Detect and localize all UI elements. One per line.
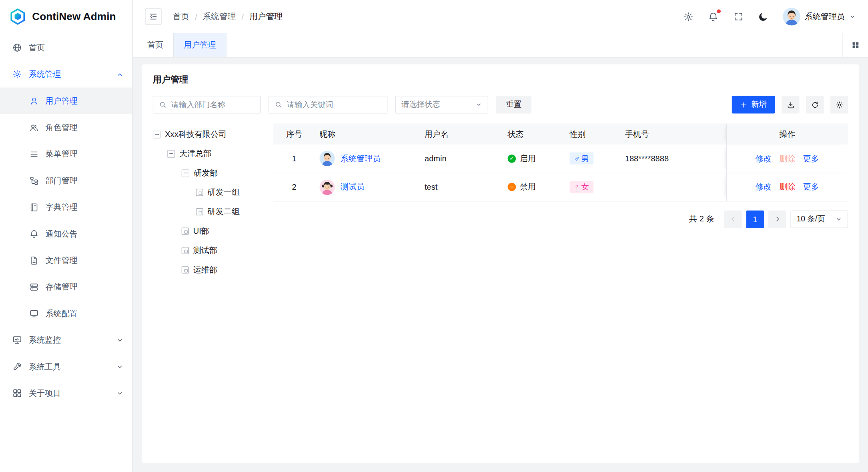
sidebar-item-system-mgmt[interactable]: 系统管理 <box>0 61 132 87</box>
tree-node-ui-dept[interactable]: UI部 <box>153 221 264 241</box>
fullscreen-icon[interactable] <box>733 11 744 22</box>
sidebar-item-notice[interactable]: 通知公告 <box>0 221 132 247</box>
sidebar-item-label: 部门管理 <box>45 175 77 186</box>
status-badge: ✓ 启用 <box>507 153 561 164</box>
add-button-label: 新增 <box>751 100 767 110</box>
sidebar-item-home[interactable]: 首页 <box>0 34 132 61</box>
sidebar-item-menu-mgmt[interactable]: 菜单管理 <box>0 141 132 167</box>
sidebar-item-storage-mgmt[interactable]: 存储管理 <box>0 273 132 300</box>
status-label: 启用 <box>520 153 536 164</box>
tree-node-company[interactable]: Xxx科技有限公司 <box>153 125 264 144</box>
tab-actions-button[interactable] <box>842 33 868 57</box>
refresh-button[interactable] <box>806 96 824 113</box>
page-size-select[interactable]: 10 条/页 <box>790 210 848 228</box>
gender-badge-male: ♂ 男 <box>569 153 593 165</box>
tree-node-label: 测试部 <box>193 245 217 256</box>
tool-icon <box>12 362 22 372</box>
settings-icon[interactable] <box>683 11 694 22</box>
user-avatar <box>319 179 335 195</box>
edit-link[interactable]: 修改 <box>756 153 772 164</box>
more-link[interactable]: 更多 <box>803 153 819 164</box>
page-size-value: 10 条/页 <box>797 214 825 224</box>
search-icon <box>159 101 166 108</box>
sidebar-item-user-mgmt[interactable]: 用户管理 <box>0 88 132 114</box>
notification-bell-icon[interactable] <box>708 11 719 22</box>
tab-label: 首页 <box>147 40 163 50</box>
tree-node-ops-dept[interactable]: 运维部 <box>153 260 264 279</box>
tree-collapse-icon[interactable] <box>167 150 175 157</box>
breadcrumb-separator: / <box>241 12 244 22</box>
sidebar-item-about[interactable]: 关于项目 <box>0 380 132 406</box>
breadcrumb: 首页 / 系统管理 / 用户管理 <box>173 11 283 22</box>
tab-bar: 首页 用户管理 <box>133 33 868 58</box>
app-window: ContiNew Admin 首页 系统管理 <box>0 0 868 472</box>
cell-phone <box>621 173 726 201</box>
sidebar-item-file-mgmt[interactable]: 文件管理 <box>0 247 132 273</box>
reset-button[interactable]: 重置 <box>496 96 531 113</box>
tree-leaf-icon <box>182 266 189 273</box>
gender-label: 男 <box>581 155 589 163</box>
gender-label: 女 <box>581 183 589 191</box>
breadcrumb-home[interactable]: 首页 <box>173 11 189 22</box>
sidebar-item-dict-mgmt[interactable]: 字典管理 <box>0 194 132 220</box>
breadcrumb-system-mgmt[interactable]: 系统管理 <box>203 11 236 22</box>
tree-collapse-icon[interactable] <box>182 169 189 177</box>
chevron-down-icon <box>116 336 123 343</box>
delete-link-disabled: 删除 <box>779 153 795 164</box>
dept-search-input[interactable] <box>171 100 255 109</box>
export-download-button[interactable] <box>782 96 799 113</box>
tree-leaf-icon <box>196 208 203 215</box>
tree-leaf-icon <box>182 247 189 254</box>
tree-node-test-dept[interactable]: 测试部 <box>153 241 264 260</box>
table-toolbar: 新增 <box>732 96 848 113</box>
sidebar-item-role-mgmt[interactable]: 角色管理 <box>0 114 132 141</box>
sidebar-item-label: 关于项目 <box>29 388 61 398</box>
tree-leaf-icon <box>196 189 203 196</box>
menu-list-icon <box>29 149 39 159</box>
sidebar-item-sys-tools[interactable]: 系统工具 <box>0 353 132 380</box>
tab-user-mgmt[interactable]: 用户管理 <box>174 33 226 57</box>
sidebar-collapse-button[interactable] <box>145 8 161 25</box>
add-user-button[interactable]: 新增 <box>732 96 775 113</box>
chevron-down-icon <box>849 13 856 20</box>
sidebar-item-sys-monitor[interactable]: 系统监控 <box>0 327 132 353</box>
filter-toolbar: 请选择状态 重置 新增 <box>153 96 848 113</box>
tree-node-rd-dept[interactable]: 研发部 <box>153 163 264 183</box>
monitor-icon <box>12 335 22 345</box>
sidebar-item-dept-mgmt[interactable]: 部门管理 <box>0 167 132 194</box>
page-number-current[interactable]: 1 <box>746 210 764 228</box>
topbar: 首页 / 系统管理 / 用户管理 系统管理 <box>133 0 868 33</box>
user-menu[interactable]: 系统管理员 <box>782 8 856 25</box>
grid-icon <box>851 41 860 49</box>
logo: ContiNew Admin <box>0 0 132 33</box>
nickname-link[interactable]: 系统管理员 <box>341 153 381 164</box>
delete-link[interactable]: 删除 <box>779 182 795 192</box>
sidebar-item-label: 通知公告 <box>45 229 77 239</box>
dark-mode-moon-icon[interactable] <box>758 11 769 22</box>
dept-search-box <box>153 96 261 113</box>
keyword-search-box <box>269 96 387 113</box>
app-title: ContiNew Admin <box>32 10 116 22</box>
sidebar-item-sys-config[interactable]: 系统配置 <box>0 300 132 327</box>
tree-node-hq[interactable]: 天津总部 <box>153 144 264 163</box>
nickname-link[interactable]: 测试员 <box>341 182 365 192</box>
refresh-icon <box>811 100 819 109</box>
gender-badge-female: ♀ 女 <box>569 181 593 193</box>
prev-page-button[interactable] <box>724 210 742 228</box>
user-avatar <box>319 151 335 167</box>
sidebar-item-label: 菜单管理 <box>45 149 77 159</box>
keyword-search-input[interactable] <box>287 100 382 109</box>
status-select-placeholder: 请选择状态 <box>401 100 440 110</box>
tree-node-rd-group1[interactable]: 研发一组 <box>153 183 264 202</box>
status-select[interactable]: 请选择状态 <box>395 96 488 113</box>
table-row: 1 系统管理员 admin <box>273 145 848 173</box>
tree-leaf-icon <box>182 228 189 235</box>
table-settings-button[interactable] <box>830 96 848 113</box>
table-header-row: 序号 昵称 用户名 状态 性别 手机号 操作 <box>273 123 848 145</box>
tree-node-rd-group2[interactable]: 研发二组 <box>153 202 264 221</box>
next-page-button[interactable] <box>768 210 786 228</box>
tree-collapse-icon[interactable] <box>153 131 160 138</box>
more-link[interactable]: 更多 <box>803 182 819 192</box>
edit-link[interactable]: 修改 <box>756 182 772 192</box>
tab-home[interactable]: 首页 <box>137 33 174 57</box>
